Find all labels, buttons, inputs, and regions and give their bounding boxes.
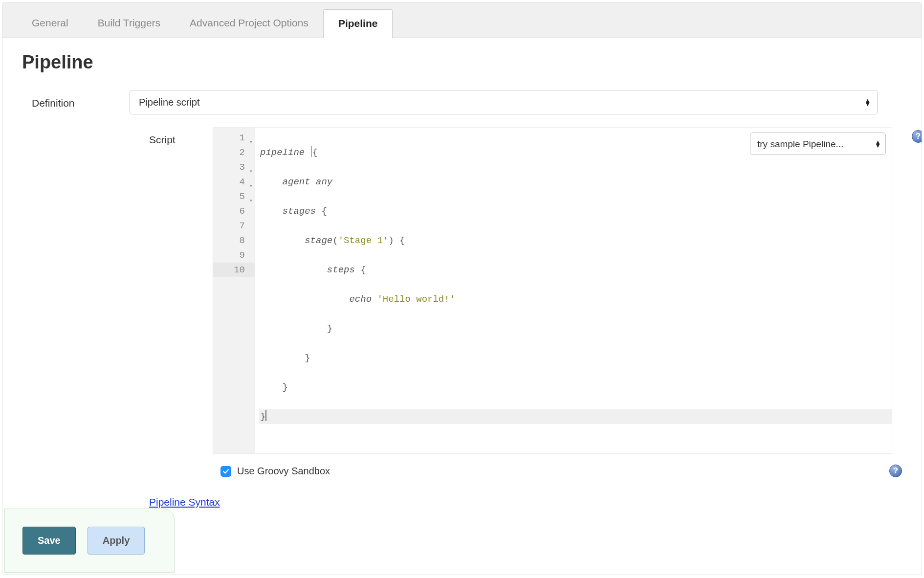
tab-general[interactable]: General xyxy=(17,9,83,38)
groovy-sandbox-label: Use Groovy Sandbox xyxy=(237,466,330,477)
help-icon[interactable]: ? xyxy=(912,130,922,143)
section-title: Pipeline xyxy=(22,52,902,73)
code-area[interactable]: pipeline { agent any stages { stage('Sta… xyxy=(255,128,892,453)
sandbox-row: Use Groovy Sandbox ? xyxy=(220,466,902,477)
groovy-sandbox-checkbox[interactable] xyxy=(220,466,231,477)
definition-row: Definition Pipeline script ▲▼ xyxy=(32,90,902,114)
save-button[interactable]: Save xyxy=(22,527,76,555)
definition-select[interactable]: Pipeline script xyxy=(130,90,878,114)
tab-advanced-project-options[interactable]: Advanced Project Options xyxy=(175,9,323,38)
footer-actions: Save Apply xyxy=(4,509,175,573)
section-header: Pipeline xyxy=(2,38,922,73)
editor-gutter: 1▾ 2 3▾ 4▾ 5▾ 6 7 8 9 10 xyxy=(213,128,255,453)
apply-button[interactable]: Apply xyxy=(88,527,145,555)
form-area: Definition Pipeline script ▲▼ Script 1▾ … xyxy=(2,78,922,508)
config-window: General Build Triggers Advanced Project … xyxy=(2,2,922,575)
script-label: Script xyxy=(149,127,213,146)
script-editor[interactable]: 1▾ 2 3▾ 4▾ 5▾ 6 7 8 9 10 pipeline { agen… xyxy=(213,127,892,454)
tab-pipeline[interactable]: Pipeline xyxy=(323,9,393,38)
sample-pipeline-select[interactable]: try sample Pipeline... xyxy=(750,133,886,155)
help-icon[interactable]: ? xyxy=(889,465,902,477)
tab-build-triggers[interactable]: Build Triggers xyxy=(83,9,175,38)
tabs-bar: General Build Triggers Advanced Project … xyxy=(2,2,922,38)
script-row: Script 1▾ 2 3▾ 4▾ 5▾ 6 7 8 9 10 pipeline… xyxy=(149,127,902,454)
definition-field: Pipeline script ▲▼ xyxy=(130,90,878,114)
definition-label: Definition xyxy=(32,95,130,109)
pipeline-syntax-link[interactable]: Pipeline Syntax xyxy=(149,496,220,508)
sample-pipeline-wrap: try sample Pipeline... ▲▼ xyxy=(750,133,886,155)
